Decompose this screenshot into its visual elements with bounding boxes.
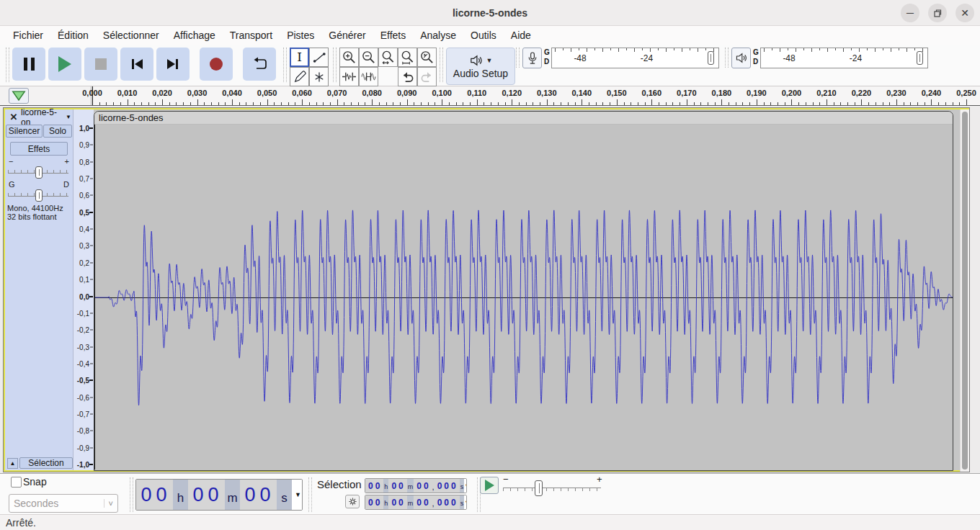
timeline-minor-tick <box>351 102 352 105</box>
silence-selection-button[interactable] <box>359 67 378 86</box>
menu-outils[interactable]: Outils <box>463 27 504 43</box>
selection-time-digits[interactable]: 00 <box>365 479 383 493</box>
close-track-button[interactable]: ✕ <box>8 111 19 122</box>
skip-to-end-button[interactable] <box>156 48 190 81</box>
minimize-button[interactable]: ─ <box>901 4 919 22</box>
close-button[interactable]: ✕ <box>956 4 974 22</box>
selection-time-digits[interactable]: 00 <box>365 495 383 509</box>
timeline[interactable]: 0,0000,0100,0200,0300,0400,0500,0600,070… <box>0 86 980 106</box>
meter-volume-slider[interactable] <box>917 51 923 65</box>
audio-position-display[interactable]: 00h00m00s▼ <box>135 479 303 511</box>
skip-to-start-button[interactable] <box>120 48 153 81</box>
timeline-minor-tick <box>519 102 520 105</box>
selection-time-digits[interactable]: 00 <box>388 495 406 509</box>
track-select-button[interactable]: Sélection <box>19 457 73 469</box>
toolbar-grip[interactable] <box>440 48 443 82</box>
selection-time-digits[interactable]: 000 <box>435 479 460 493</box>
redo-button[interactable] <box>417 67 437 86</box>
menu-affichage[interactable]: Affichage <box>166 27 223 43</box>
playback-meter[interactable]: -48-24 <box>760 48 928 68</box>
stop-button[interactable] <box>84 48 117 81</box>
envelope-tool-button[interactable] <box>309 48 329 67</box>
draw-tool-button[interactable] <box>290 67 309 86</box>
loop-button[interactable] <box>243 48 276 81</box>
multi-tool-button[interactable] <box>309 67 329 86</box>
chevron-down-icon[interactable]: ▼ <box>295 491 301 498</box>
selection-start-field[interactable]: 00h00m00,000s▼ <box>365 478 467 493</box>
selection-time-digits[interactable]: 00 <box>414 495 432 509</box>
solo-button[interactable]: Solo <box>43 125 72 138</box>
menu-générer[interactable]: Générer <box>321 27 373 43</box>
menu-pistes[interactable]: Pistes <box>280 27 321 43</box>
menu-transport[interactable]: Transport <box>223 27 280 43</box>
toolbar-grip[interactable] <box>725 48 729 68</box>
timeline-label: 0,180 <box>712 89 732 97</box>
time-digits[interactable]: 00 <box>240 480 277 510</box>
snap-format-select[interactable]: Secondes ˅ <box>9 494 118 513</box>
pause-button[interactable] <box>12 48 45 81</box>
record-meter-button[interactable] <box>522 48 542 68</box>
menu-effets[interactable]: Effets <box>373 27 414 43</box>
zoom-toggle-button[interactable] <box>417 48 437 67</box>
waveform-canvas[interactable] <box>94 125 953 470</box>
record-meter-channels: G D <box>542 48 551 66</box>
time-digits[interactable]: 00 <box>188 480 225 510</box>
pan-slider[interactable] <box>35 189 43 202</box>
meter-volume-slider[interactable] <box>708 51 714 65</box>
play-button[interactable] <box>48 48 81 81</box>
toolbar-grip[interactable] <box>6 48 9 82</box>
transport-toolbar <box>6 48 279 82</box>
timeline-ruler[interactable]: 0,0000,0100,0200,0300,0400,0500,0600,070… <box>92 86 980 105</box>
audio-clip[interactable]: licorne-5-ondes <box>94 111 953 471</box>
toolbar-grip[interactable] <box>516 48 520 68</box>
selection-tool-button[interactable]: I <box>290 48 309 67</box>
menu-sélectionner[interactable]: Sélectionner <box>96 27 166 43</box>
audio-setup-button[interactable]: ▼ Audio Setup <box>446 48 515 85</box>
snap-checkbox[interactable] <box>11 477 22 488</box>
undo-button[interactable] <box>398 67 417 86</box>
vertical-scale-ruler[interactable]: 1,00,90,80,70,60,50,40,30,20,10,0-0,1-0,… <box>73 109 94 470</box>
toolbar-grip[interactable] <box>308 477 312 512</box>
zoom-fit-button[interactable] <box>398 48 417 67</box>
selection-time-digits[interactable]: 00 <box>388 479 406 493</box>
zoom-out-button[interactable] <box>359 48 378 67</box>
toolbar-grip[interactable] <box>130 477 133 512</box>
selection-settings-button[interactable] <box>345 495 360 508</box>
mute-button[interactable]: Silencer <box>6 125 43 138</box>
clip-header[interactable]: licorne-5-ondes <box>94 112 953 125</box>
vertical-scrollbar[interactable] <box>960 109 969 472</box>
timeline-minor-tick <box>847 102 848 105</box>
menu-analyse[interactable]: Analyse <box>413 27 463 43</box>
vertical-scrollbar-thumb[interactable] <box>962 112 968 470</box>
restore-button[interactable] <box>928 4 947 22</box>
chevron-down-icon[interactable]: ▼ <box>464 479 467 493</box>
trim-outside-selection-button[interactable] <box>339 67 359 86</box>
record-meter[interactable]: -48-24 <box>551 48 719 68</box>
timeline-minor-tick <box>645 102 646 105</box>
waveform-area[interactable] <box>94 125 953 470</box>
menu-aide[interactable]: Aide <box>504 27 538 43</box>
record-button[interactable] <box>200 48 233 81</box>
selection-time-digits[interactable]: 00 <box>414 479 432 493</box>
speed-slider-track <box>503 488 601 488</box>
toolbar-grip[interactable] <box>283 48 287 82</box>
time-digits[interactable]: 00 <box>136 480 173 510</box>
zoom-in-button[interactable] <box>339 48 359 67</box>
effects-button[interactable]: Effets <box>10 142 68 156</box>
menu-édition[interactable]: Édition <box>50 27 96 43</box>
menu-fichier[interactable]: Fichier <box>6 27 50 43</box>
play-meter-button[interactable] <box>731 48 751 68</box>
audio-track[interactable]: ✕ licorne-5-on ▼ Silencer Solo Effets − … <box>3 107 970 472</box>
pinned-play-head-button[interactable] <box>9 88 29 104</box>
play-at-speed-button[interactable] <box>480 477 499 494</box>
collapse-track-button[interactable]: ▲ <box>7 458 18 469</box>
toolbar-grip[interactable] <box>333 48 337 82</box>
selection-time-digits[interactable]: 000 <box>435 495 460 509</box>
chevron-down-icon[interactable]: ▼ <box>464 495 467 509</box>
zoom-selection-button[interactable] <box>378 48 398 67</box>
track-name-menu[interactable]: licorne-5-on ▼ <box>21 111 71 123</box>
gain-slider[interactable] <box>35 166 43 179</box>
selection-end-field[interactable]: 00h00m00,000s▼ <box>365 495 467 510</box>
speed-slider[interactable] <box>535 480 543 496</box>
timeline-label: 0,250 <box>956 89 976 97</box>
